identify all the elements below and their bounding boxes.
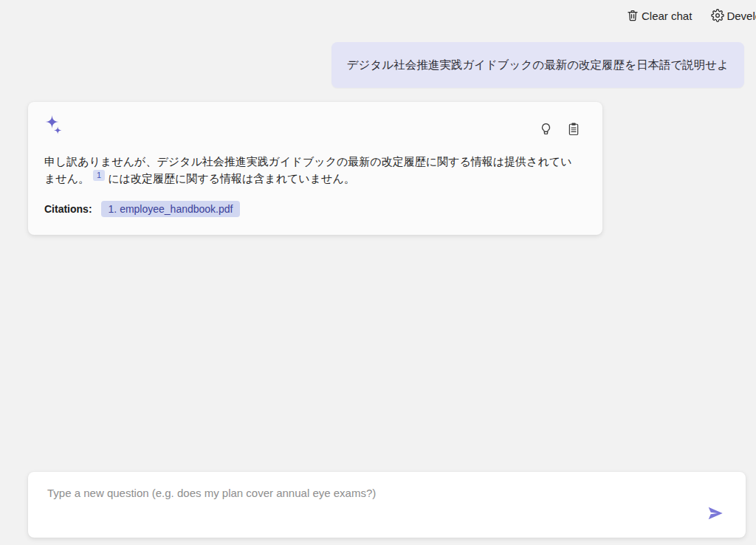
answer-text-part2: には改定履歴に関する情報は含まれていません。 xyxy=(108,172,355,185)
trash-icon xyxy=(626,9,639,22)
lightbulb-icon xyxy=(539,122,553,139)
user-message-bubble: デジタル社会推進実践ガイドブックの最新の改定履歴を日本語で説明せよ xyxy=(331,42,744,88)
gear-icon xyxy=(711,9,724,22)
supporting-content-button[interactable] xyxy=(566,120,582,140)
clipboard-icon xyxy=(567,122,580,139)
user-message-text: デジタル社会推進実践ガイドブックの最新の改定履歴を日本語で説明せよ xyxy=(347,58,729,71)
citations-row: Citations: 1. employee_handbook.pdf xyxy=(44,201,582,217)
question-input-container xyxy=(28,472,746,538)
answer-header xyxy=(44,114,582,141)
thought-process-button[interactable] xyxy=(537,120,554,140)
citation-reference[interactable]: 1 xyxy=(93,170,105,181)
clear-chat-label: Clear chat xyxy=(642,10,692,22)
clear-chat-button[interactable]: Clear chat xyxy=(626,9,692,22)
question-input[interactable] xyxy=(28,472,746,538)
answer-text: 申し訳ありませんが、デジタル社会推進実践ガイドブックの最新の改定履歴に関する情報… xyxy=(44,153,582,187)
send-icon xyxy=(706,504,725,525)
citations-label: Citations: xyxy=(44,203,92,215)
developer-settings-button[interactable]: Developer settings xyxy=(711,9,756,22)
citation-chip[interactable]: 1. employee_handbook.pdf xyxy=(101,201,241,217)
sparkle-icon xyxy=(44,114,66,141)
send-button[interactable] xyxy=(704,503,726,525)
developer-settings-label: Developer settings xyxy=(726,10,756,22)
topbar: Clear chat Developer settings xyxy=(626,9,756,22)
answer-card: 申し訳ありませんが、デジタル社会推進実践ガイドブックの最新の改定履歴に関する情報… xyxy=(28,102,602,235)
answer-actions xyxy=(537,120,582,140)
